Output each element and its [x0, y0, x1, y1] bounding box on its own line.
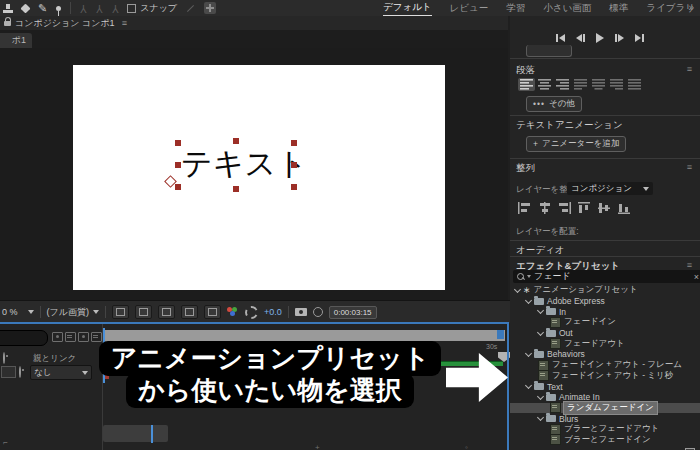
show-snapshot-icon[interactable] [313, 307, 323, 317]
eraser-tool-icon[interactable] [21, 3, 31, 13]
play-button[interactable] [596, 33, 604, 43]
clone-stamp-tool-icon[interactable] [3, 4, 13, 13]
zoom-tool-icon[interactable] [187, 4, 194, 11]
selection-handle[interactable] [175, 184, 181, 190]
composition-viewer[interactable]: テキスト [0, 48, 508, 300]
channel-color-icon[interactable] [227, 307, 239, 317]
choose-grid-icon[interactable] [112, 305, 129, 319]
shy-layers-icon[interactable] [78, 332, 89, 342]
layer-color-swatch[interactable] [1, 366, 16, 378]
mini-flowchart-icon[interactable] [52, 332, 63, 342]
parent-dropdown[interactable]: なし [30, 365, 92, 380]
composition-panel-header[interactable]: コンポジション コンポ1 ≡ [0, 16, 508, 30]
resolution-gear-icon[interactable] [245, 306, 258, 319]
chevron-down-icon[interactable] [525, 382, 532, 389]
resolution-dropdown[interactable]: (フル画質) [47, 306, 99, 319]
justify-all-button[interactable] [626, 78, 643, 91]
workspace-overflow-icon[interactable]: » [688, 2, 694, 13]
snapshot-camera-icon[interactable] [295, 308, 307, 316]
timecode-display[interactable]: 0:00:03:15 [329, 306, 377, 319]
selection-handle[interactable] [175, 162, 181, 168]
time-ruler[interactable] [103, 330, 505, 341]
comp-tab[interactable]: ポ1 [0, 33, 32, 48]
align-text-center-button[interactable] [536, 78, 553, 91]
transparency-grid-icon[interactable] [158, 305, 175, 319]
panel-menu-icon[interactable]: ≡ [122, 18, 127, 28]
first-frame-button[interactable] [556, 34, 565, 42]
align-text-right-button[interactable] [554, 78, 571, 91]
roto-brush-tool-icon[interactable] [38, 2, 47, 15]
align-top-button[interactable] [578, 202, 591, 216]
selection-handle[interactable] [291, 162, 297, 168]
view-axis-mode-icon[interactable]: Y [112, 3, 119, 13]
align-left-button[interactable] [518, 202, 531, 216]
exposure-value[interactable]: +0.0 [264, 307, 282, 317]
guides-icon[interactable] [204, 305, 221, 319]
align-text-left-button[interactable] [518, 78, 535, 91]
chevron-down-icon[interactable] [537, 414, 544, 421]
align-v-center-button[interactable] [598, 202, 611, 216]
preset-item[interactable]: フェードイン [510, 317, 700, 328]
local-axis-mode-icon[interactable]: Y [80, 3, 87, 13]
effects-search-box[interactable]: フェード × [513, 270, 700, 283]
magnification-dropdown-icon[interactable] [28, 310, 34, 314]
align-target-dropdown[interactable]: コンポジション [567, 182, 653, 195]
panel-menu-icon[interactable]: ≡ [687, 64, 692, 74]
last-frame-button[interactable] [635, 34, 644, 42]
tree-item-root[interactable]: ∗アニメーションプリセット [510, 285, 700, 296]
video-column-eye-icon[interactable] [3, 352, 5, 364]
current-time-field[interactable] [0, 330, 48, 346]
chevron-down-icon[interactable] [537, 307, 544, 314]
chevron-down-icon[interactable] [525, 296, 532, 303]
selection-handle[interactable] [291, 184, 297, 190]
align-bottom-button[interactable] [618, 202, 631, 216]
panel-menu-icon[interactable]: ≡ [687, 162, 692, 172]
snap-toggle[interactable]: スナップ [127, 2, 177, 15]
align-h-center-button[interactable] [538, 202, 551, 216]
expand-icon[interactable]: ⌐ [3, 438, 8, 447]
panel-lock-icon[interactable] [4, 21, 11, 26]
justify-last-right-button[interactable] [608, 78, 625, 91]
add-animator-button[interactable]: + アニメーターを追加 [526, 136, 626, 152]
preset-item[interactable]: フェードイン + アウト - ミリ秒 [510, 371, 700, 382]
justify-last-left-button[interactable] [572, 78, 589, 91]
zoom-in-icon[interactable]: + [315, 443, 320, 450]
selection-handle[interactable] [233, 186, 239, 192]
preset-item[interactable]: フェードアウト [510, 338, 700, 349]
preset-item[interactable]: ブラーとフェードイン [510, 435, 700, 446]
selection-handle[interactable] [291, 140, 297, 146]
toggles-icon[interactable]: ◦ [465, 443, 468, 450]
selection-handle[interactable] [175, 140, 181, 146]
clipped-button[interactable] [526, 45, 572, 57]
chevron-down-icon[interactable] [537, 393, 544, 400]
workspace-bar-icon[interactable] [204, 2, 216, 14]
puppet-pin-tool-icon[interactable] [56, 6, 61, 11]
parent-pickwhip-icon[interactable] [19, 366, 21, 378]
mask-visibility-icon[interactable] [135, 305, 152, 319]
paragraph-more-button[interactable]: ••• その他 [526, 96, 582, 112]
text-layer[interactable]: テキスト [181, 143, 308, 185]
parent-link-column-header[interactable]: 親とリンク [33, 353, 76, 365]
chevron-down-icon[interactable] [514, 286, 521, 293]
preset-item-selected[interactable]: ランダムフェードイン [510, 403, 700, 414]
workspace-tab-review[interactable]: レビュー [450, 2, 489, 15]
align-right-button[interactable] [558, 202, 571, 216]
draft-3d-icon[interactable] [65, 332, 76, 342]
chevron-down-icon[interactable] [537, 329, 544, 336]
previous-frame-button[interactable] [576, 34, 585, 42]
next-frame-button[interactable] [615, 34, 624, 42]
tree-folder[interactable]: Adobe Express [510, 296, 700, 307]
chevron-down-icon[interactable] [525, 350, 532, 357]
workspace-tab-learn[interactable]: 学習 [506, 2, 525, 15]
justify-last-center-button[interactable] [590, 78, 607, 91]
search-input[interactable]: フェード [534, 270, 571, 283]
panel-menu-icon[interactable]: ≡ [687, 260, 692, 270]
timeline-scrollbar-thumb[interactable] [103, 425, 168, 442]
workspace-tab-small-screen[interactable]: 小さい画面 [543, 2, 591, 15]
workspace-tab-standard[interactable]: 標準 [609, 2, 628, 15]
region-of-interest-icon[interactable] [181, 305, 198, 319]
tree-folder[interactable]: Text [510, 381, 700, 392]
magnification-value[interactable]: 0 % [2, 307, 18, 317]
selection-handle[interactable] [233, 138, 239, 144]
composition-canvas[interactable]: テキスト [73, 65, 445, 290]
